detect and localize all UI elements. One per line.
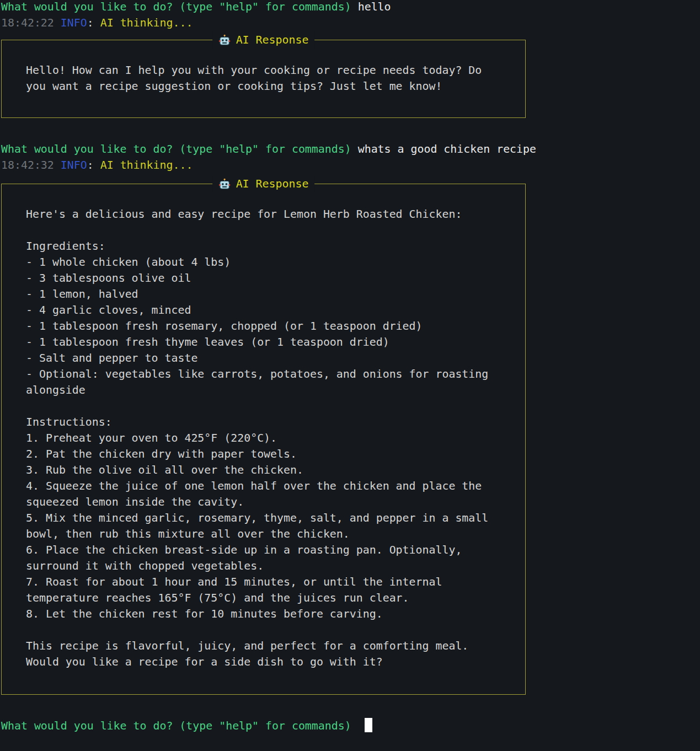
- panel-text-line: [26, 222, 514, 238]
- log-level: INFO: [61, 17, 87, 29]
- panel-text-line: you want a recipe suggestion or cooking …: [26, 78, 514, 94]
- panel-text-line: - 4 garlic cloves, minced: [26, 302, 514, 318]
- log-message: AI thinking...: [100, 17, 193, 29]
- panel-text-line: - 1 tablespoon fresh thyme leaves (or 1 …: [26, 334, 514, 350]
- panel-title-text: AI Response: [236, 32, 309, 48]
- panel-text-line: Hello! How can I help you with your cook…: [26, 62, 514, 78]
- log-separator: :: [87, 159, 94, 171]
- panel-text-line: 2. Pat the chicken dry with paper towels…: [26, 446, 514, 462]
- panel-text-line: 1. Preheat your oven to 425°F (220°C).: [26, 430, 514, 446]
- panel-body: Hello! How can I help you with your cook…: [2, 40, 525, 94]
- panel-text-line: - 1 lemon, halved: [26, 286, 514, 302]
- panel-text-line: 3. Rub the olive oil all over the chicke…: [26, 462, 514, 478]
- panel-text-line: - 1 tablespoon fresh rosemary, chopped (…: [26, 318, 514, 334]
- ai-response-panel: AI Response Here's a delicious and easy …: [1, 184, 526, 695]
- panel-text-line: 7. Roast for about 1 hour and 15 minutes…: [26, 574, 514, 590]
- panel-text-line: Ingredients:: [26, 238, 514, 254]
- prompt-label: What would you like to do? (type "help" …: [1, 1, 351, 13]
- panel-text-line: [26, 622, 514, 638]
- panel-text-line: bowl, then rub this mixture all over the…: [26, 526, 514, 542]
- panel-text-line: 5. Mix the minced garlic, rosemary, thym…: [26, 510, 514, 526]
- panel-text-line: temperature reaches 165°F (75°C) and the…: [26, 590, 514, 606]
- panel-text-line: Here's a delicious and easy recipe for L…: [26, 206, 514, 222]
- panel-text-line: [26, 398, 514, 414]
- log-line: 18:42:32INFO:AI thinking...: [1, 157, 193, 173]
- panel-text-line: 4. Squeeze the juice of one lemon half o…: [26, 478, 514, 494]
- terminal-window: What would you like to do? (type "help" …: [0, 0, 700, 751]
- panel-body: Here's a delicious and easy recipe for L…: [2, 184, 525, 670]
- prompt-label: What would you like to do? (type "help" …: [1, 720, 351, 732]
- panel-title-text: AI Response: [236, 176, 309, 192]
- prompt-label: What would you like to do? (type "help" …: [1, 143, 351, 155]
- text-cursor[interactable]: [365, 718, 372, 732]
- panel-text-line: Would you like a recipe for a side dish …: [26, 654, 514, 670]
- panel-title: AI Response: [212, 32, 315, 48]
- ai-response-panel: AI Response Hello! How can I help you wi…: [1, 40, 526, 118]
- log-separator: :: [87, 17, 94, 29]
- panel-text-line: - 3 tablespoons olive oil: [26, 270, 514, 286]
- log-line: 18:42:22INFO:AI thinking...: [1, 15, 193, 31]
- panel-text-line: alongside: [26, 382, 514, 398]
- prompt-line: What would you like to do? (type "help" …: [1, 141, 536, 157]
- panel-text-line: This recipe is flavorful, juicy, and per…: [26, 638, 514, 654]
- panel-text-line: squeezed lemon inside the cavity.: [26, 494, 514, 510]
- prompt-line: What would you like to do? (type "help" …: [1, 0, 391, 15]
- log-message: AI thinking...: [100, 159, 193, 171]
- log-timestamp: 18:42:22: [1, 17, 54, 29]
- panel-text-line: 8. Let the chicken rest for 10 minutes b…: [26, 606, 514, 622]
- robot-icon: [218, 178, 231, 190]
- panel-text-line: - Salt and pepper to taste: [26, 350, 514, 366]
- panel-text-line: 6. Place the chicken breast-side up in a…: [26, 542, 514, 558]
- log-timestamp: 18:42:32: [1, 159, 54, 171]
- log-level: INFO: [61, 159, 87, 171]
- user-input: hello: [358, 1, 391, 13]
- panel-text-line: - 1 whole chicken (about 4 lbs): [26, 254, 514, 270]
- active-prompt-line[interactable]: What would you like to do? (type "help" …: [1, 718, 372, 734]
- panel-text-line: Instructions:: [26, 414, 514, 430]
- panel-text-line: surround it with chopped vegetables.: [26, 558, 514, 574]
- user-input: whats a good chicken recipe: [358, 143, 536, 155]
- panel-text-line: - Optional: vegetables like carrots, pot…: [26, 366, 514, 382]
- robot-icon: [218, 34, 231, 46]
- panel-title: AI Response: [212, 176, 315, 192]
